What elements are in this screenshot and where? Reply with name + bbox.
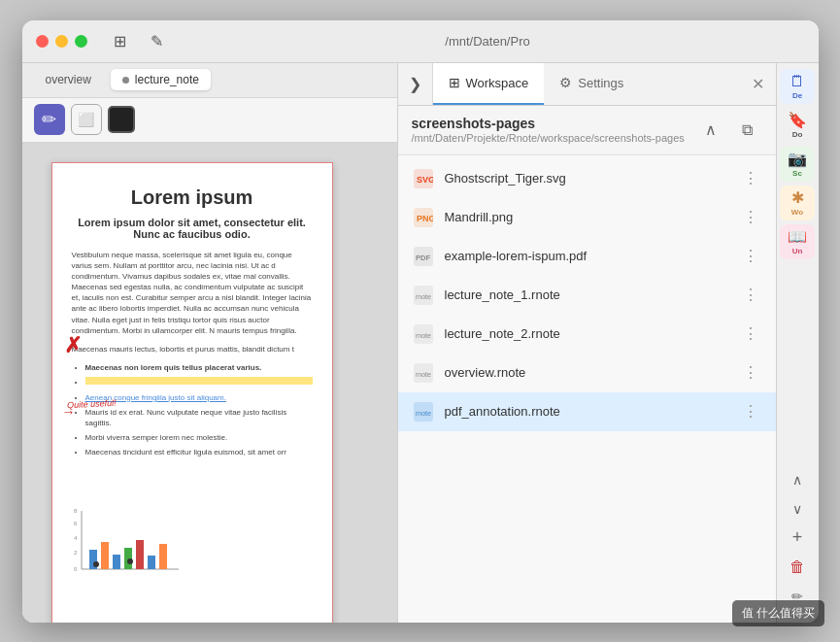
note-canvas[interactable]: Lorem ipsum Lorem ipsum dolor sit amet, … <box>22 143 397 623</box>
cross-mark: ✗ <box>64 333 82 358</box>
pdf-title: Lorem ipsum <box>72 186 313 209</box>
sidebar-delete-button[interactable]: 🗑 <box>783 555 812 580</box>
file-name: Ghostscript_Tiger.svg <box>445 171 729 186</box>
color-swatch[interactable] <box>108 106 135 133</box>
rnote-file-icon: rnote <box>412 284 435 307</box>
sidebar-icon-do[interactable]: 🔖 Do <box>780 108 815 143</box>
svg-text:rnote: rnote <box>416 371 431 378</box>
file-menu-button[interactable]: ⋮ <box>739 400 762 423</box>
svg-text:rnote: rnote <box>416 410 431 417</box>
sidebar-bottom-icons: ∧ ∨ + 🗑 ✏ <box>783 467 812 617</box>
svg-text:2: 2 <box>74 550 78 556</box>
svg-text:PDF: PDF <box>416 253 430 262</box>
sidebar-up-button[interactable]: ∧ <box>783 467 812 492</box>
star-icon: ✱ <box>791 188 804 207</box>
sidebar-icon-sc[interactable]: 📷 Sc <box>780 147 815 182</box>
svg-rect-11 <box>136 540 144 569</box>
minimize-window-button[interactable] <box>55 35 68 48</box>
pdf-page: Lorem ipsum Lorem ipsum dolor sit amet, … <box>51 162 333 623</box>
svg-text:rnote: rnote <box>416 293 431 300</box>
file-item-pdf-annotation[interactable]: rnote pdf_annotation.rnote ⋮ <box>398 392 776 431</box>
svg-file-icon: SVG <box>412 167 435 190</box>
file-item-overview[interactable]: rnote overview.rnote ⋮ <box>398 354 776 392</box>
list-item: Maecenas non lorem quis tellus placerat … <box>85 362 313 373</box>
pdf-body-1: Vestibulum neque massa, scelerisque sit … <box>72 250 313 337</box>
sidebar-add-button[interactable]: + <box>783 525 812 551</box>
file-item-png[interactable]: PNG Mandrill.png ⋮ <box>398 198 776 237</box>
workspace-back-button[interactable]: ❯ <box>398 63 433 106</box>
maximize-window-button[interactable] <box>75 35 87 48</box>
svg-text:SVG: SVG <box>417 175 433 185</box>
arrow-annotation: → <box>62 404 76 420</box>
file-name: example-lorem-ispum.pdf <box>445 249 729 263</box>
note-panel: overview lecture_note ✏ ⬜ Lorem ipsum Lo… <box>22 63 397 623</box>
new-tab-icon[interactable]: ⊞ <box>107 27 134 54</box>
title-bar-left: ⊞ ✎ <box>36 27 171 54</box>
file-menu-button[interactable]: ⋮ <box>739 361 762 385</box>
eraser-tool-button[interactable]: ⬜ <box>71 104 102 135</box>
file-list: SVG Ghostscript_Tiger.svg ⋮ PNG Mandrill… <box>398 155 776 623</box>
rnote-file-icon: rnote <box>412 361 435 385</box>
traffic-lights <box>36 35 87 48</box>
pdf-list: Maecenas non lorem quis tellus placerat … <box>72 362 313 457</box>
file-menu-button[interactable]: ⋮ <box>739 206 762 229</box>
tab-workspace[interactable]: ⊞ Workspace <box>433 63 545 105</box>
main-area: overview lecture_note ✏ ⬜ Lorem ipsum Lo… <box>22 63 819 623</box>
file-menu-button[interactable]: ⋮ <box>739 167 762 190</box>
list-item: Morbi viverra semper lorem nec molestie. <box>85 432 313 443</box>
folder-name-block: screenshots-pages /mnt/Daten/Projekte/Rn… <box>412 116 689 144</box>
file-menu-button[interactable]: ⋮ <box>739 245 762 268</box>
file-menu-button[interactable]: ⋮ <box>739 284 762 307</box>
svg-text:6: 6 <box>74 521 78 526</box>
workspace-tabs: ⊞ Workspace ⚙ Settings <box>433 63 741 105</box>
settings-icon[interactable]: ✎ <box>144 27 171 54</box>
bookmark-icon: 🔖 <box>788 111 807 129</box>
sidebar-down-button[interactable]: ∨ <box>783 496 812 522</box>
file-item-svg[interactable]: SVG Ghostscript_Tiger.svg ⋮ <box>398 159 776 198</box>
svg-text:4: 4 <box>74 535 78 541</box>
sidebar-icon-de[interactable]: 🗒 De <box>780 69 815 104</box>
list-item: Aenean congue fringilla justo sit aliqua… <box>85 392 313 403</box>
folder-header: screenshots-pages /mnt/Daten/Projekte/Rn… <box>398 106 776 155</box>
close-window-button[interactable] <box>36 35 49 48</box>
svg-rect-9 <box>113 555 120 569</box>
file-name: Mandrill.png <box>445 210 729 224</box>
png-file-icon: PNG <box>412 206 435 229</box>
sidebar-icon-un[interactable]: 📖 Un <box>780 224 815 259</box>
file-item-rnote1[interactable]: rnote lecture_note_1.rnote ⋮ <box>398 276 776 315</box>
svg-point-15 <box>127 558 133 564</box>
file-name: overview.rnote <box>445 365 729 380</box>
list-item <box>85 377 313 388</box>
workspace-close-button[interactable]: ✕ <box>741 63 776 106</box>
app-window: ⊞ ✎ /mnt/Daten/Pro overview lecture_note <box>22 20 819 623</box>
file-menu-button[interactable]: ⋮ <box>739 322 762 346</box>
svg-text:rnote: rnote <box>416 332 431 339</box>
sidebar-icon-wo[interactable]: ✱ Wo <box>780 186 815 220</box>
file-item-rnote2[interactable]: rnote lecture_note_2.rnote ⋮ <box>398 315 776 354</box>
file-name: lecture_note_2.rnote <box>445 326 729 341</box>
list-item: Maecenas tincidunt est efficitur ligula … <box>85 447 313 457</box>
tab-overview[interactable]: overview <box>34 69 103 90</box>
book-icon: 📖 <box>788 227 807 246</box>
document-icon: 🗒 <box>790 73 805 90</box>
folder-copy-button[interactable]: ⧉ <box>733 116 762 145</box>
tab-lecture-note[interactable]: lecture_note <box>111 69 211 90</box>
camera-icon: 📷 <box>788 150 807 168</box>
pdf-subtitle: Lorem ipsum dolor sit amet, consectetur … <box>72 217 313 240</box>
tab-unsaved-dot <box>122 77 129 84</box>
svg-rect-8 <box>101 542 109 569</box>
toolbar: ✏ ⬜ <box>22 98 397 143</box>
pen-tool-button[interactable]: ✏ <box>34 104 65 135</box>
rnote-file-icon: rnote <box>412 322 435 346</box>
workspace-panel: ❯ ⊞ Workspace ⚙ Settings ✕ screenshots-p… <box>397 63 776 623</box>
tabs-bar: overview lecture_note <box>22 63 397 98</box>
watermark: 值 什么值得买 <box>732 600 824 626</box>
title-bar: ⊞ ✎ /mnt/Daten/Pro <box>22 20 819 63</box>
file-item-pdf[interactable]: PDF example-lorem-ispum.pdf ⋮ <box>398 237 776 276</box>
mini-chart: 0 2 4 6 8 <box>72 501 188 579</box>
tab-settings[interactable]: ⚙ Settings <box>544 63 639 105</box>
svg-rect-13 <box>159 544 167 569</box>
folder-collapse-button[interactable]: ∧ <box>696 116 725 145</box>
file-name: pdf_annotation.rnote <box>445 404 729 419</box>
pdf-body-2: Maecenas mauris lectus, lobortis et puru… <box>72 344 313 355</box>
